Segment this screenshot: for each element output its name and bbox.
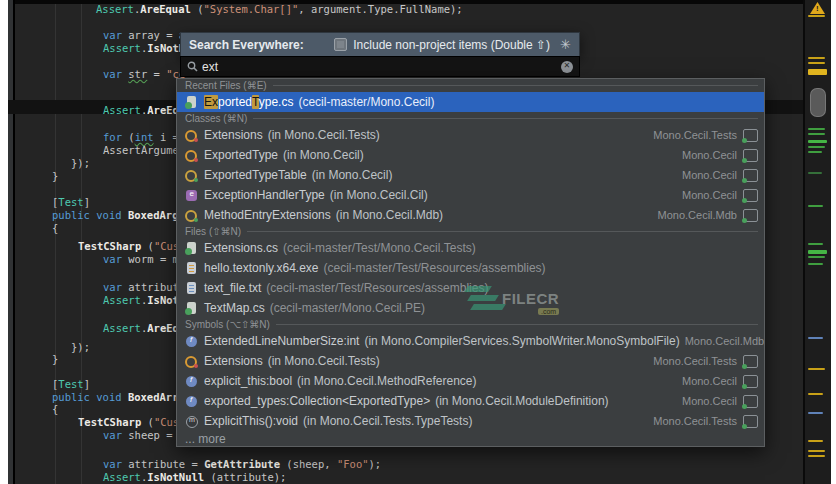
code-line: TestCSharp ("Cust <box>78 240 185 253</box>
result-name: ExplicitThis():void <box>204 414 298 428</box>
module-label: Mono.Cecil.Mdb <box>658 209 737 221</box>
ide-window: Assert.AreEqual ("System.Char[]", argume… <box>0 0 836 484</box>
scrollbar-thumb[interactable] <box>810 88 826 117</box>
stripe-mark[interactable] <box>808 140 827 143</box>
section-header: Symbols (⌥⇧⌘N) <box>177 318 764 331</box>
result-location: (cecil-master/Test/Resources/assemblies) <box>324 261 546 275</box>
stripe-mark[interactable] <box>808 393 823 395</box>
result-row[interactable]: ExportedType(in Mono.Cecil)Mono.Cecil <box>177 145 764 165</box>
code-line: [Test] <box>52 196 90 209</box>
result-location: (in Mono.Cecil.Cil) <box>330 188 428 202</box>
module-icon <box>743 169 758 182</box>
code-line: Assert.AreEqu <box>103 104 185 117</box>
file-cs-icon <box>185 302 198 315</box>
result-name: ExportedType.cs <box>204 95 293 109</box>
search-input[interactable] <box>202 60 561 74</box>
stripe-mark[interactable] <box>808 250 827 254</box>
stripe-mark[interactable] <box>808 69 827 75</box>
result-name: ExportedTypeTable <box>204 168 307 182</box>
result-row[interactable]: exported_types:Collection<ExportedType>(… <box>177 391 764 411</box>
field-icon <box>185 395 198 408</box>
code-line: }); <box>71 341 90 354</box>
code-line: } <box>52 353 58 366</box>
result-location: (in Mono.Cecil) <box>283 148 364 162</box>
more-results-row[interactable]: ... more <box>177 431 764 447</box>
gear-icon[interactable]: ✳ <box>560 37 571 52</box>
code-line: Assert.AreEqu <box>103 322 185 335</box>
clear-search-icon[interactable] <box>561 61 573 73</box>
stripe-mark[interactable] <box>808 172 822 174</box>
section-rule <box>247 231 758 232</box>
stripe-mark[interactable] <box>808 205 823 207</box>
result-location: (in Mono.Cecil.ModuleDefinition) <box>435 394 608 408</box>
code-line: public void BoxedArra <box>52 391 185 404</box>
result-row[interactable]: text_file.txt(cecil-master/Test/Resource… <box>177 278 764 298</box>
warning-triangle-icon[interactable] <box>810 2 825 14</box>
code-line: var str = "ce <box>103 68 185 81</box>
class-icon <box>185 355 198 368</box>
result-row[interactable]: TextMap.cs(cecil-master/Mono.Cecil.PE) <box>177 298 764 318</box>
result-name: ExceptionHandlerType <box>204 188 325 202</box>
result-row[interactable]: hello.textonly.x64.exe(cecil-master/Test… <box>177 258 764 278</box>
stripe-mark[interactable] <box>808 440 823 442</box>
class2-icon <box>185 169 198 182</box>
result-row[interactable]: ExceptionHandlerType(in Mono.Cecil.Cil)M… <box>177 185 764 205</box>
section-label: Files (⇧⌘N) <box>185 226 241 237</box>
result-row[interactable]: ExplicitThis():void(in Mono.Cecil.Tests.… <box>177 411 764 431</box>
match-highlight: Ex <box>204 95 218 109</box>
result-row[interactable]: ExportedType.cs(cecil-master/Mono.Cecil) <box>177 92 764 112</box>
module-icon <box>743 149 758 162</box>
stripe-mark[interactable] <box>808 450 825 452</box>
section-header: Recent Files (⌘E) <box>177 79 764 92</box>
stripe-mark[interactable] <box>808 412 823 414</box>
result-location: (in Mono.Cecil.Tests) <box>268 128 380 142</box>
module-icon <box>743 209 758 222</box>
section-label: Classes (⌘N) <box>185 113 247 124</box>
module-label: Mono.Cecil.Tests <box>653 355 737 367</box>
code-line: { <box>52 403 58 416</box>
result-location: (in Mono.Cecil.Mdb) <box>336 208 443 222</box>
file-txt-icon <box>185 282 198 295</box>
stripe-mark[interactable] <box>808 256 825 258</box>
code-line: [Test] <box>52 378 90 391</box>
class-icon <box>185 129 198 142</box>
stripe-mark[interactable] <box>808 128 825 130</box>
stripe-mark[interactable] <box>808 57 825 59</box>
module-icon <box>743 395 758 408</box>
result-row[interactable]: Extensions(in Mono.Cecil.Tests)Mono.Ceci… <box>177 125 764 145</box>
search-everywhere-header: Search Everywhere: Include non-project i… <box>180 32 580 56</box>
include-non-project-checkbox[interactable] <box>334 38 347 51</box>
module-icon <box>743 189 758 202</box>
result-row[interactable]: ExportedTypeTable(in Mono.Cecil)Mono.Cec… <box>177 165 764 185</box>
error-stripe-scrollbar[interactable] <box>803 0 831 484</box>
code-line: }); <box>71 157 90 170</box>
stripe-mark[interactable] <box>808 146 825 148</box>
stripe-mark[interactable] <box>808 62 825 64</box>
code-line: for (int i = <box>103 131 185 144</box>
stripe-mark[interactable] <box>808 455 825 457</box>
module-icon <box>743 415 758 428</box>
code-line: Assert.AreEqual ("System.Char[]", argume… <box>96 3 463 16</box>
stripe-mark[interactable] <box>808 15 825 17</box>
stripe-mark[interactable] <box>808 243 823 245</box>
stripe-mark[interactable] <box>808 151 822 153</box>
section-rule <box>273 85 758 86</box>
result-row[interactable]: explicit_this:bool(in Mono.Cecil.MethodR… <box>177 371 764 391</box>
result-row[interactable]: MethodEntryExtensions(in Mono.Cecil.Mdb)… <box>177 205 764 225</box>
result-row[interactable]: ExtendedLineNumberSize:int(in Mono.Compi… <box>177 331 764 351</box>
file-cs-icon <box>185 242 198 255</box>
search-icon <box>187 61 198 72</box>
stripe-mark[interactable] <box>808 337 823 339</box>
result-name: Extensions.cs <box>204 241 278 255</box>
section-label: Symbols (⌥⇧⌘N) <box>185 319 270 330</box>
stripe-mark[interactable] <box>808 263 823 265</box>
class-icon <box>185 149 198 162</box>
stripe-mark[interactable] <box>808 368 825 370</box>
result-row[interactable]: Extensions(in Mono.Cecil.Tests)Mono.Ceci… <box>177 351 764 371</box>
field-icon <box>185 335 198 348</box>
checkbox-label: Include non-project items (Double ⇧) <box>353 38 550 52</box>
code-line: var worm = mo <box>103 253 185 266</box>
result-name: text_file.txt <box>204 281 261 295</box>
result-row[interactable]: Extensions.cs(cecil-master/Test/Mono.Cec… <box>177 238 764 258</box>
stripe-mark[interactable] <box>808 133 825 135</box>
